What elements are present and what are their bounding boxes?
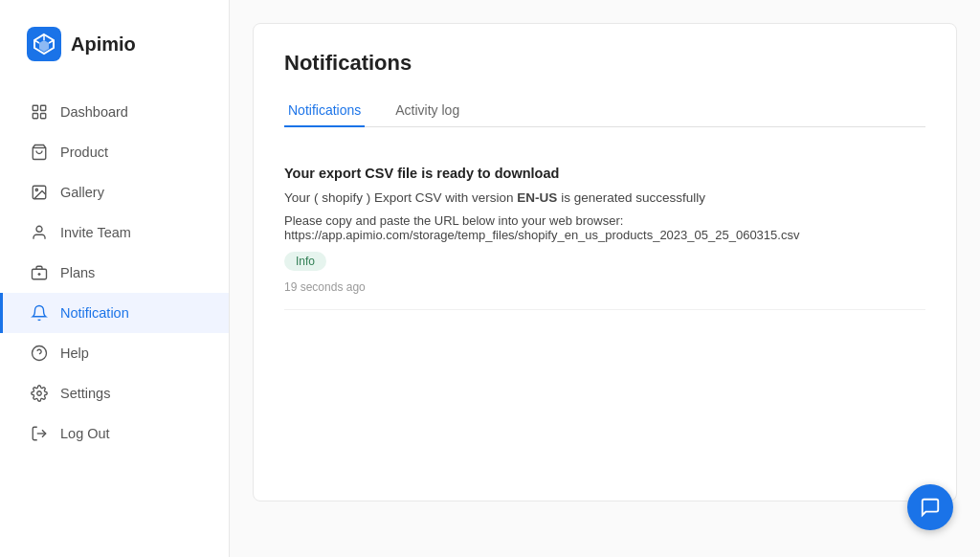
sidebar-label-settings: Settings (60, 386, 110, 401)
sidebar: Apimio Dashboard Product Gallery (0, 0, 230, 557)
tabs-bar: Notifications Activity log (284, 95, 925, 127)
sidebar-item-notification[interactable]: Notification (0, 293, 229, 333)
product-icon (30, 143, 49, 162)
sidebar-item-help[interactable]: Help (0, 333, 229, 373)
svg-point-7 (35, 189, 37, 190)
notif-url-link: https://app.apimio.com/storage/temp_file… (284, 228, 799, 242)
info-badge: Info (284, 252, 326, 271)
svg-point-12 (33, 346, 47, 361)
sidebar-label-notification: Notification (60, 305, 129, 321)
sidebar-label-invite-team: Invite Team (60, 225, 131, 240)
page-title: Notifications (284, 51, 925, 76)
chat-fab-button[interactable] (907, 484, 953, 530)
svg-rect-3 (33, 114, 37, 119)
sidebar-label-gallery: Gallery (60, 185, 104, 200)
svg-rect-2 (41, 105, 46, 110)
invite-icon (30, 223, 49, 242)
plans-icon (30, 263, 49, 282)
sidebar-item-product[interactable]: Product (0, 132, 229, 172)
sidebar-item-gallery[interactable]: Gallery (0, 172, 229, 212)
notification-card: Your export CSV file is ready to downloa… (284, 150, 925, 310)
main-content: Notifications Notifications Activity log… (230, 0, 980, 557)
help-icon (30, 344, 49, 363)
svg-point-14 (37, 391, 42, 396)
sidebar-label-logout: Log Out (60, 426, 110, 441)
svg-point-8 (36, 226, 42, 232)
sidebar-item-dashboard[interactable]: Dashboard (0, 92, 229, 132)
dashboard-icon (30, 102, 49, 122)
tab-notifications[interactable]: Notifications (284, 95, 365, 127)
notification-url-section: Please copy and paste the URL below into… (284, 213, 925, 242)
logo-icon (27, 27, 61, 61)
sidebar-item-plans[interactable]: Plans (0, 253, 229, 293)
svg-rect-1 (33, 105, 37, 110)
svg-rect-4 (41, 114, 46, 119)
sidebar-label-dashboard: Dashboard (60, 104, 128, 120)
notif-body-text1: Your ( shopify ) Export CSV with version (284, 190, 517, 205)
sidebar-label-product: Product (60, 145, 108, 160)
notif-body-text2: is generated successfully (557, 190, 705, 205)
app-logo[interactable]: Apimio (0, 0, 229, 84)
sidebar-item-logout[interactable]: Log Out (0, 413, 229, 454)
sidebar-nav: Dashboard Product Gallery Invite Team (0, 84, 229, 557)
settings-icon (30, 384, 49, 403)
logout-icon (30, 424, 49, 443)
sidebar-item-settings[interactable]: Settings (0, 373, 229, 413)
chat-icon (920, 497, 941, 518)
sidebar-label-help: Help (60, 345, 89, 361)
notif-url-prefix: Please copy and paste the URL below into… (284, 213, 623, 228)
notification-time: 19 seconds ago (284, 280, 925, 294)
gallery-icon (30, 183, 49, 202)
tab-activity-log[interactable]: Activity log (391, 95, 463, 127)
sidebar-label-plans: Plans (60, 265, 95, 280)
notification-body: Your ( shopify ) Export CSV with version… (284, 189, 925, 208)
content-panel: Notifications Notifications Activity log… (253, 23, 957, 501)
sidebar-item-invite-team[interactable]: Invite Team (0, 212, 229, 253)
notification-title: Your export CSV file is ready to downloa… (284, 166, 925, 181)
notif-bold-text: EN-US (517, 190, 557, 205)
notification-icon (30, 303, 49, 323)
app-name: Apimio (71, 33, 136, 56)
